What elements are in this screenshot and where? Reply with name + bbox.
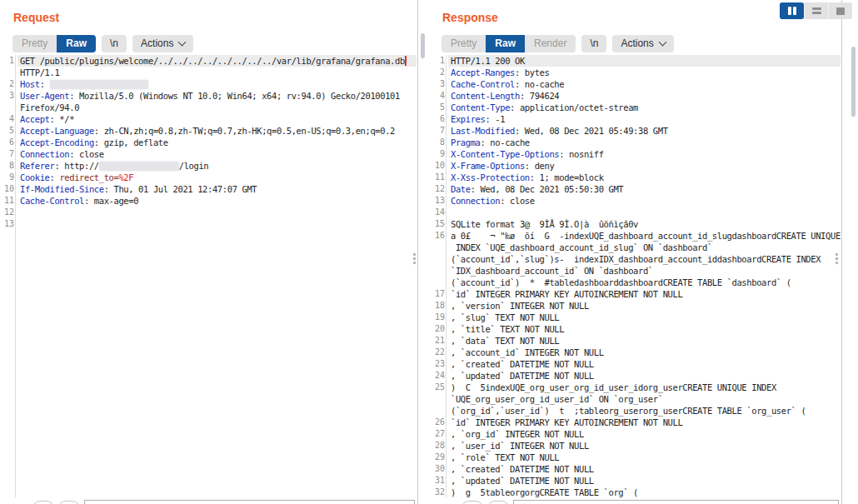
line-number: 5 bbox=[0, 125, 17, 137]
line-number: 31 bbox=[429, 475, 448, 487]
line-number bbox=[429, 393, 448, 405]
request-editor[interactable]: 1GET /public/plugins/welcome/../../../..… bbox=[0, 55, 417, 497]
line-content: X-Content-Type-Options: nosniff bbox=[448, 148, 841, 160]
request-search-bar: ⚲ ≡ bbox=[1, 497, 415, 504]
editor-line: `IDX_dashboard_account_id` ON `dashboard… bbox=[429, 265, 841, 277]
layout-columns-button[interactable] bbox=[780, 2, 804, 19]
editor-line: 1GET /public/plugins/welcome/../../../..… bbox=[0, 55, 417, 67]
editor-line: 2Accept-Ranges: bytes bbox=[429, 67, 841, 78]
line-number: 3 bbox=[0, 90, 17, 102]
line-number bbox=[429, 242, 448, 253]
line-number: 10 bbox=[0, 183, 17, 195]
line-content: , `title` TEXT NOT NULL bbox=[448, 323, 841, 335]
line-content bbox=[17, 218, 417, 230]
line-number: 29 bbox=[429, 452, 448, 463]
line-number bbox=[429, 265, 448, 277]
line-content: X-Frame-Options: deny bbox=[448, 160, 841, 172]
next-match-button[interactable] bbox=[487, 501, 509, 504]
editor-line: 17`id` INTEGER PRIMARY KEY AUTOINCREMENT… bbox=[429, 288, 841, 300]
editor-line: 19, `slug` TEXT NOT NULL bbox=[429, 312, 841, 323]
response-search-bar: ⚲ ≡ bbox=[430, 497, 839, 504]
line-content: Cookie: redirect_to=%2F bbox=[17, 172, 417, 183]
request-newline-toggle-button[interactable]: \n bbox=[102, 35, 127, 52]
editor-line: 12 bbox=[0, 207, 417, 218]
line-number: 23 bbox=[429, 358, 448, 370]
panel-resize-grip[interactable] bbox=[836, 252, 839, 266]
line-content: , `created` DATETIME NOT NULL bbox=[448, 358, 841, 370]
layout-single-button[interactable] bbox=[828, 2, 852, 19]
layout-rows-button[interactable] bbox=[804, 2, 828, 19]
response-view-tabs: Pretty Raw Render bbox=[441, 35, 576, 52]
editor-line: 6Accept-Encoding: gzip, deflate bbox=[0, 137, 417, 148]
response-editor[interactable]: 1HTTP/1.1 200 OK2Accept-Ranges: bytes3Ca… bbox=[429, 55, 841, 497]
response-tab-pretty[interactable]: Pretty bbox=[441, 35, 486, 52]
request-toolbar: Pretty Raw \n Actions bbox=[12, 35, 193, 52]
request-search-input[interactable] bbox=[84, 500, 415, 504]
request-tab-pretty[interactable]: Pretty bbox=[12, 35, 57, 52]
editor-line: (`account_id`,`slug`)s- indexIDX_dashboa… bbox=[429, 253, 841, 265]
line-number: 4 bbox=[429, 90, 448, 102]
editor-line: 2Host: bbox=[0, 78, 417, 90]
editor-line: 8Pragma: no-cache bbox=[429, 137, 841, 148]
editor-line: 20, `title` TEXT NOT NULL bbox=[429, 323, 841, 335]
editor-line: 11Cache-Control: max-age=0 bbox=[0, 195, 417, 207]
editor-line: 9X-Content-Type-Options: nosniff bbox=[429, 148, 841, 160]
line-number bbox=[0, 102, 17, 113]
editor-line: 16a 0£ ¬ "‰ø õí G -indexUQE_dashboard_ac… bbox=[429, 230, 841, 242]
editor-line: Firefox/94.0 bbox=[0, 102, 417, 113]
editor-line: 5Accept-Language: zh-CN,zh;q=0.8,zh-TW;q… bbox=[0, 125, 417, 137]
panel-resize-grip[interactable] bbox=[413, 252, 417, 266]
response-toolbar: Pretty Raw Render \n Actions bbox=[441, 35, 674, 52]
line-content bbox=[448, 207, 841, 218]
line-number: 1 bbox=[0, 55, 17, 67]
editor-line: 5Content-Type: application/octet-stream bbox=[429, 102, 841, 113]
response-actions-button[interactable]: Actions bbox=[612, 35, 673, 52]
line-content: `IDX_dashboard_account_id` ON `dashboard… bbox=[448, 265, 841, 277]
editor-line: 13 bbox=[0, 218, 417, 230]
line-number: 25 bbox=[429, 382, 448, 393]
line-number: 2 bbox=[429, 67, 448, 78]
line-content: Cache-Control: no-cache bbox=[448, 78, 841, 90]
line-content: Accept-Encoding: gzip, deflate bbox=[17, 137, 417, 148]
line-content: Accept: */* bbox=[17, 113, 417, 125]
scrollbar-thumb[interactable] bbox=[851, 47, 856, 117]
line-number: 32 bbox=[429, 487, 448, 497]
next-match-button[interactable] bbox=[58, 501, 80, 504]
editor-line: 23, `created` DATETIME NOT NULL bbox=[429, 358, 841, 370]
previous-match-button[interactable] bbox=[32, 501, 54, 504]
line-content: ) C 5indexUQE_org_user_org_id_user_idorg… bbox=[448, 382, 841, 393]
line-content: , `slug` TEXT NOT NULL bbox=[448, 312, 841, 323]
editor-line: 3User-Agent: Mozilla/5.0 (Windows NT 10.… bbox=[0, 90, 417, 102]
line-number bbox=[429, 253, 448, 265]
line-content: Date: Wed, 08 Dec 2021 05:50:30 GMT bbox=[448, 183, 841, 195]
response-tab-render[interactable]: Render bbox=[525, 35, 576, 52]
response-search-input[interactable] bbox=[513, 500, 839, 504]
previous-match-button[interactable] bbox=[461, 501, 483, 504]
line-number: 9 bbox=[429, 148, 448, 160]
line-content: , `role` TEXT NOT NULL bbox=[448, 452, 841, 463]
line-content: `id` INTEGER PRIMARY KEY AUTOINCREMENT N… bbox=[448, 417, 841, 428]
line-content: Content-Type: application/octet-stream bbox=[448, 102, 841, 113]
line-number: 17 bbox=[429, 288, 448, 300]
scrollbar-thumb[interactable] bbox=[421, 33, 425, 58]
request-actions-button[interactable]: Actions bbox=[132, 35, 193, 52]
line-content: SQLite format 3@ 9ÌÅ 9Ì.O|à ûöñìçâ0v bbox=[448, 218, 841, 230]
request-tab-raw[interactable]: Raw bbox=[57, 35, 96, 52]
line-content: Connection: close bbox=[448, 195, 841, 207]
editor-line: 24, `updated` DATETIME NOT NULL bbox=[429, 370, 841, 382]
editor-line: 3Cache-Control: no-cache bbox=[429, 78, 841, 90]
line-number: 3 bbox=[429, 78, 448, 90]
line-number: 7 bbox=[0, 148, 17, 160]
editor-line: 11X-Xss-Protection: 1; mode=block bbox=[429, 172, 841, 183]
line-number: 15 bbox=[429, 218, 448, 230]
line-content: , `data` TEXT NOT NULL bbox=[448, 335, 841, 347]
line-content: Firefox/94.0 bbox=[17, 102, 417, 113]
response-tab-raw[interactable]: Raw bbox=[486, 35, 525, 52]
editor-line: 4Content-Length: 794624 bbox=[429, 90, 841, 102]
line-content: `id` INTEGER PRIMARY KEY AUTOINCREMENT N… bbox=[448, 288, 841, 300]
response-newline-toggle-button[interactable]: \n bbox=[581, 35, 606, 52]
line-number: 14 bbox=[429, 207, 448, 218]
editor-line: 21, `data` TEXT NOT NULL bbox=[429, 335, 841, 347]
line-content: , `version` INTEGER NOT NULL bbox=[448, 300, 841, 312]
editor-line: 10If-Modified-Since: Thu, 01 Jul 2021 12… bbox=[0, 183, 417, 195]
